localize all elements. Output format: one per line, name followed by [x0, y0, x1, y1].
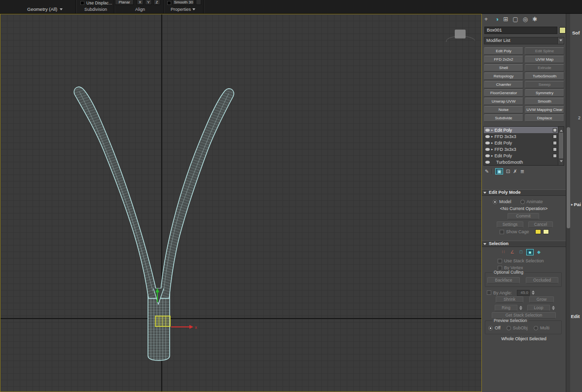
vertex-subobject-icon[interactable]: ∷ [500, 249, 507, 255]
stack-item[interactable]: ▸ FFD 3x3x3 [484, 133, 558, 140]
expand-arrow-icon[interactable]: ▸ [491, 154, 493, 157]
viewcube-home-icon[interactable] [455, 30, 466, 38]
pin-stack-icon[interactable]: ✎ [485, 169, 489, 174]
motion-tab-icon[interactable]: ◎ [523, 16, 528, 23]
modifier-button[interactable]: Symmetry [525, 89, 564, 97]
ring-spinner[interactable] [519, 304, 522, 312]
commit-button[interactable]: Commit [508, 213, 539, 219]
expand-arrow-icon[interactable]: ▸ [491, 128, 493, 132]
occluded-button[interactable]: Occluded [526, 277, 558, 284]
visibility-eye-icon[interactable] [485, 129, 490, 132]
smooth-flyout-button[interactable] [196, 0, 201, 5]
modifier-button[interactable]: Smooth [525, 98, 564, 105]
display-tab-icon[interactable]: ▢ [512, 16, 518, 23]
modifier-onoff-icon[interactable] [553, 154, 557, 158]
modifier-button[interactable]: Sweep [525, 81, 564, 88]
object-name-input[interactable]: Box001 [484, 27, 557, 34]
geometry-all-dropdown[interactable]: Geometry (All) [27, 6, 63, 12]
rollout-edit-poly-mode[interactable]: Edit Poly Mode [482, 189, 566, 196]
rollout-selection[interactable]: Selection [482, 241, 566, 247]
align-x-button[interactable]: X [137, 0, 144, 5]
modifier-onoff-icon[interactable] [553, 141, 557, 145]
modifier-onoff-icon[interactable] [553, 135, 557, 139]
by-angle-checkbox[interactable] [487, 290, 491, 295]
loop-spinner[interactable] [552, 304, 555, 312]
grow-button[interactable]: Grow [529, 296, 554, 303]
modifier-button[interactable]: UVW Map [525, 56, 564, 63]
edge-subobject-icon[interactable]: ∠ [509, 249, 516, 255]
make-unique-icon[interactable]: ⊡ [506, 169, 510, 174]
modifier-button[interactable]: UVW Mapping Clear [525, 106, 564, 113]
backface-button[interactable]: Backface [487, 277, 520, 284]
use-stack-selection-checkbox[interactable] [498, 259, 502, 263]
border-subobject-icon[interactable]: □ [517, 249, 525, 255]
configure-modifier-sets-icon[interactable]: ≣ [520, 169, 524, 174]
loop-button[interactable]: Loop [527, 305, 550, 311]
visibility-eye-icon[interactable] [485, 148, 490, 151]
viewcube[interactable] [446, 30, 475, 42]
modifier-button[interactable]: Chamfer [484, 81, 523, 88]
modifier-button[interactable]: FFD 2x2x2 [484, 56, 523, 63]
preview-subobj-radio[interactable] [507, 326, 511, 330]
stack-item[interactable]: ▸ Edit Poly [484, 127, 558, 133]
scroll-up-icon[interactable] [560, 128, 563, 132]
modifier-button[interactable]: Unwrap UVW [484, 98, 523, 105]
show-cage-checkbox[interactable] [500, 230, 504, 234]
wireframe-object[interactable] [74, 87, 234, 360]
smooth-checkbox[interactable] [167, 1, 171, 5]
modifier-button[interactable]: Edit Spline [525, 47, 564, 55]
command-panel-scroll-thumb[interactable] [567, 127, 570, 228]
expand-arrow-icon[interactable]: ▸ [491, 135, 493, 138]
show-end-result-icon[interactable]: ▣ [495, 168, 503, 175]
perspective-viewport[interactable]: x [0, 14, 482, 392]
polygon-subobject-icon[interactable]: ■ [526, 249, 534, 255]
stack-item[interactable]: ▸ FFD 3x3x3 [484, 146, 558, 152]
visibility-eye-icon[interactable] [485, 142, 490, 144]
modifier-button[interactable]: Edit Poly [484, 47, 523, 55]
selected-polygon-highlight[interactable] [155, 316, 170, 326]
rollout-paint-truncated[interactable]: ▸ Pai [571, 202, 581, 207]
modifier-button[interactable]: Subdivide [484, 114, 523, 122]
stack-scroll-thumb[interactable] [559, 133, 563, 158]
modifier-button[interactable]: Retopology [484, 72, 523, 80]
cage-selected-color-swatch[interactable] [543, 229, 549, 234]
by-angle-value[interactable]: 45.0 [517, 290, 530, 296]
model-radio[interactable] [493, 200, 497, 204]
modify-tab-icon[interactable]: ◑ [495, 16, 499, 23]
modifier-button[interactable]: Extrude [525, 64, 564, 71]
modifier-button[interactable]: Noise [484, 106, 523, 113]
expand-arrow-icon[interactable]: ▸ [491, 141, 493, 144]
visibility-eye-icon[interactable] [485, 135, 490, 138]
modifier-button[interactable]: Displace [525, 114, 564, 122]
modifier-onoff-icon[interactable] [553, 147, 557, 151]
smooth-button[interactable]: Smooth 30 [173, 0, 194, 5]
stack-scrollbar[interactable] [558, 127, 564, 165]
preview-off-radio[interactable] [488, 326, 493, 330]
create-plus-icon[interactable]: + [484, 16, 488, 23]
visibility-eye-icon[interactable] [485, 161, 490, 164]
object-color-swatch[interactable] [559, 27, 566, 34]
viewport-canvas[interactable]: x [0, 14, 481, 392]
cage-color-swatch[interactable] [535, 229, 541, 234]
element-subobject-icon[interactable]: ◆ [535, 249, 543, 255]
cancel-button[interactable]: Cancel [528, 221, 553, 228]
modifier-button[interactable]: TurboSmooth [525, 72, 564, 80]
stack-item[interactable]: ▸ Edit Poly [484, 140, 558, 146]
rollout-soft-selection-truncated[interactable]: Sof [572, 30, 580, 36]
stack-item[interactable]: TurboSmooth [484, 159, 558, 165]
command-panel-scrollbar[interactable] [566, 14, 570, 392]
modifier-onoff-icon[interactable] [553, 128, 557, 132]
modifier-button[interactable]: FloorGenerator [484, 89, 523, 97]
align-y-button[interactable]: Y [145, 0, 152, 5]
scroll-down-icon[interactable] [560, 160, 563, 164]
visibility-eye-icon[interactable] [485, 154, 490, 157]
modifier-button[interactable]: Shell [484, 64, 523, 71]
remove-modifier-icon[interactable]: ✗ [513, 169, 517, 174]
modifier-list-dropdown[interactable]: Modifier List [484, 37, 564, 44]
animate-radio[interactable] [520, 200, 525, 204]
ring-button[interactable]: Ring [495, 305, 517, 311]
expand-arrow-icon[interactable]: ▸ [491, 147, 493, 151]
planar-button[interactable]: Planar [115, 0, 134, 5]
shrink-button[interactable]: Shrink [496, 296, 523, 303]
utilities-tab-icon[interactable]: ✱ [532, 16, 537, 23]
